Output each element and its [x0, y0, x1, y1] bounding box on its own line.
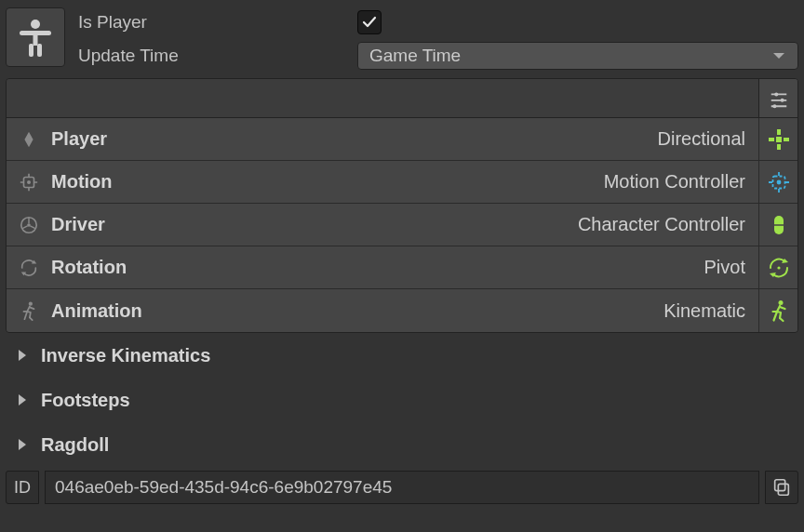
svg-point-10 — [772, 104, 776, 108]
caret-right-icon — [19, 350, 26, 361]
svg-point-43 — [778, 300, 783, 305]
run-icon — [767, 299, 791, 323]
foldout-label: Ragdoll — [41, 434, 109, 456]
svg-point-8 — [780, 98, 784, 101]
section-player-label: Player — [51, 128, 107, 150]
section-animation[interactable]: Animation Kinematic — [7, 289, 797, 332]
svg-rect-15 — [776, 137, 782, 142]
diamond-icon — [19, 129, 39, 150]
check-icon — [362, 15, 377, 30]
svg-rect-14 — [784, 138, 789, 141]
run-icon — [19, 300, 39, 321]
section-driver-value: Character Controller — [578, 214, 758, 235]
svg-line-42 — [24, 312, 27, 319]
svg-point-23 — [776, 180, 781, 184]
dpad-icon — [767, 127, 791, 152]
svg-line-41 — [30, 317, 33, 320]
caret-right-icon — [19, 439, 26, 450]
component-header: Is Player Update Time Game Time — [6, 6, 798, 78]
update-time-dropdown[interactable]: Game Time — [357, 42, 798, 70]
foldout-ragdoll[interactable]: Ragdoll — [6, 422, 798, 467]
svg-rect-3 — [29, 44, 34, 57]
svg-point-40 — [29, 302, 33, 306]
rotate-icon — [19, 258, 39, 278]
svg-line-45 — [773, 312, 777, 321]
section-motion-value: Motion Controller — [604, 171, 758, 193]
is-player-row: Is Player — [78, 9, 798, 35]
section-motion[interactable]: Motion Motion Controller — [7, 161, 797, 204]
svg-point-6 — [774, 92, 778, 96]
chip-icon — [767, 170, 791, 194]
settings-button[interactable] — [758, 79, 797, 117]
svg-rect-11 — [777, 129, 781, 135]
svg-rect-46 — [778, 484, 788, 495]
id-row: ID 046ae0eb-59ed-435d-94c6-6e9b02797e45 — [6, 471, 798, 504]
svg-line-44 — [780, 318, 784, 321]
avatar — [6, 7, 65, 67]
section-driver[interactable]: Driver Character Controller — [7, 204, 797, 246]
svg-line-32 — [30, 225, 35, 228]
capsule-icon — [767, 213, 791, 237]
foldout-label: Footsteps — [41, 390, 130, 411]
svg-rect-12 — [777, 144, 781, 150]
svg-rect-4 — [37, 44, 42, 57]
svg-point-0 — [31, 20, 40, 29]
update-time-label: Update Time — [78, 46, 357, 66]
svg-rect-2 — [34, 31, 38, 46]
section-player-value: Directional — [658, 128, 758, 150]
section-player[interactable]: Player Directional — [7, 118, 797, 161]
person-icon — [14, 16, 57, 59]
copy-id-button[interactable] — [765, 471, 798, 504]
copy-icon — [771, 477, 792, 498]
settings-panel: Player Directional Motion — [6, 78, 798, 333]
section-rotation-value: Pivot — [704, 257, 758, 278]
rotate-icon — [767, 256, 791, 280]
svg-point-17 — [27, 180, 31, 183]
svg-point-39 — [777, 266, 780, 269]
section-motion-label: Motion — [51, 171, 113, 193]
sliders-icon — [769, 88, 789, 109]
section-rotation[interactable]: Rotation Pivot — [7, 246, 797, 289]
svg-rect-47 — [775, 480, 785, 491]
panel-toolbar — [7, 79, 797, 118]
wheel-icon — [19, 215, 39, 235]
svg-line-31 — [22, 225, 28, 228]
foldout-label: Inverse Kinematics — [41, 345, 210, 366]
id-value[interactable]: 046ae0eb-59ed-435d-94c6-6e9b02797e45 — [45, 471, 759, 504]
header-fields: Is Player Update Time Game Time — [78, 7, 798, 69]
section-animation-label: Animation — [51, 300, 142, 322]
update-time-value: Game Time — [369, 46, 461, 66]
caret-right-icon — [19, 394, 26, 406]
foldout-footsteps[interactable]: Footsteps — [6, 378, 798, 422]
foldout-inverse-kinematics[interactable]: Inverse Kinematics — [6, 333, 798, 378]
chevron-down-icon — [773, 53, 784, 59]
update-time-row: Update Time Game Time — [78, 43, 798, 69]
section-driver-label: Driver — [51, 214, 105, 235]
is-player-label: Is Player — [78, 12, 357, 33]
section-animation-value: Kinematic — [663, 300, 758, 322]
chip-icon — [19, 172, 39, 193]
section-rotation-label: Rotation — [51, 257, 127, 278]
id-label: ID — [6, 471, 39, 504]
is-player-checkbox[interactable] — [357, 10, 382, 34]
svg-rect-13 — [769, 138, 774, 141]
